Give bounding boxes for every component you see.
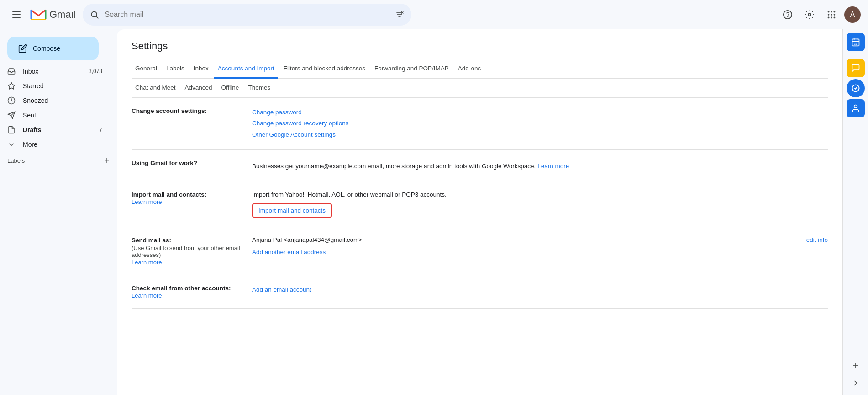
send-mail-row: Anjana Pal <anjanapal434@gmail.com> edit…: [252, 236, 828, 243]
send-mail-email: Anjana Pal <anjanapal434@gmail.com>: [252, 236, 803, 243]
tab-advanced[interactable]: Advanced: [181, 79, 216, 98]
clock-icon: [7, 96, 16, 105]
compose-button[interactable]: Compose: [7, 37, 99, 60]
chat-icon-btn[interactable]: [847, 59, 865, 77]
contacts-icon-btn[interactable]: [847, 99, 865, 117]
sidebar-item-drafts[interactable]: Drafts 7: [0, 123, 110, 137]
search-icon[interactable]: [90, 10, 99, 19]
sidebar-item-starred[interactable]: Starred: [0, 79, 110, 93]
svg-point-18: [834, 17, 836, 19]
settings-row-gmail-work: Using Gmail for work? Businesses get you…: [132, 150, 828, 181]
import-mail-button[interactable]: Import mail and contacts: [252, 203, 332, 218]
settings-rows: Change account settings: Change password…: [132, 98, 828, 309]
settings-title: Settings: [132, 40, 828, 52]
gmail-work-learn-more[interactable]: Learn more: [537, 161, 569, 172]
sidebar-item-more[interactable]: More: [0, 137, 110, 152]
change-account-content: Change password Change password recovery…: [252, 107, 828, 140]
labels-title: Labels: [7, 157, 25, 164]
draft-icon: [7, 126, 16, 134]
app-container: Gmail: [0, 0, 868, 395]
edit-info-link[interactable]: edit info: [806, 236, 828, 243]
gmail-m-icon: [29, 8, 47, 21]
settings-row-check-email: Check email from other accounts: Learn m…: [132, 275, 828, 309]
compose-label: Compose: [33, 45, 60, 52]
svg-marker-19: [8, 83, 15, 89]
labels-add-button[interactable]: +: [104, 155, 110, 166]
tab-accounts-import[interactable]: Accounts and Import: [214, 59, 278, 79]
tab-chat[interactable]: Chat and Meet: [132, 79, 179, 98]
tab-themes[interactable]: Themes: [244, 79, 274, 98]
svg-point-13: [828, 14, 830, 16]
settings-button[interactable]: [800, 5, 819, 24]
svg-point-10: [828, 11, 830, 13]
tab-offline[interactable]: Offline: [218, 79, 243, 98]
gmail-logo: Gmail: [29, 8, 75, 21]
labels-section: Labels +: [0, 152, 117, 170]
settings-row-import-mail: Import mail and contacts: Learn more Imp…: [132, 181, 828, 227]
send-mail-label: Send mail as: (Use Gmail to send from yo…: [132, 236, 241, 266]
main-area: Compose Inbox 3,073: [0, 29, 868, 395]
svg-point-12: [834, 11, 836, 13]
send-mail-learn-more[interactable]: Learn more: [132, 259, 162, 266]
svg-point-9: [808, 13, 811, 16]
svg-point-8: [788, 16, 788, 17]
sent-label: Sent: [23, 112, 102, 119]
svg-point-16: [828, 17, 830, 19]
tab-inbox[interactable]: Inbox: [190, 59, 212, 79]
svg-point-29: [854, 105, 857, 108]
add-address-link[interactable]: Add another email address: [252, 247, 326, 258]
apps-button[interactable]: [822, 5, 841, 24]
add-panel-button[interactable]: [847, 357, 865, 375]
star-icon: [7, 82, 16, 90]
filter-icon[interactable]: [395, 10, 404, 19]
tab-addons[interactable]: Add-ons: [454, 59, 484, 79]
svg-point-15: [834, 14, 836, 16]
drafts-label: Drafts: [23, 126, 92, 133]
settings-content-area: Settings General Labels Inbox Accounts a…: [117, 29, 842, 395]
avatar[interactable]: A: [844, 6, 861, 23]
tab-filters[interactable]: Filters and blocked addresses: [280, 59, 369, 79]
help-button[interactable]: [779, 5, 797, 24]
change-account-label: Change account settings:: [132, 107, 241, 140]
tab-general[interactable]: General: [132, 59, 161, 79]
inbox-label: Inbox: [23, 68, 81, 75]
snoozed-label: Snoozed: [23, 97, 102, 104]
hamburger-menu[interactable]: [7, 5, 26, 24]
check-email-content: Add an email account: [252, 284, 828, 299]
send-mail-content: Anjana Pal <anjanapal434@gmail.com> edit…: [252, 236, 828, 266]
svg-point-17: [831, 17, 832, 19]
inbox-icon: [7, 67, 16, 75]
tab-forwarding[interactable]: Forwarding and POP/IMAP: [371, 59, 452, 79]
sidebar: Compose Inbox 3,073: [0, 29, 117, 395]
starred-label: Starred: [23, 82, 102, 90]
svg-point-11: [831, 11, 832, 13]
add-email-account-link[interactable]: Add an email account: [252, 284, 828, 295]
drafts-count: 7: [99, 127, 102, 133]
settings-content: Settings General Labels Inbox Accounts a…: [117, 29, 842, 320]
import-mail-learn-more[interactable]: Learn more: [132, 198, 162, 205]
pencil-icon: [18, 44, 27, 53]
sidebar-item-sent[interactable]: Sent: [0, 108, 110, 123]
gmail-label: Gmail: [49, 9, 75, 21]
svg-point-0: [92, 11, 97, 17]
change-recovery-link[interactable]: Change password recovery options: [252, 118, 828, 129]
svg-point-14: [831, 14, 832, 16]
svg-text:31: 31: [854, 42, 857, 45]
change-password-link[interactable]: Change password: [252, 107, 828, 118]
search-input[interactable]: [105, 11, 389, 19]
calendar-icon-btn[interactable]: 31: [847, 33, 865, 51]
other-google-link[interactable]: Other Google Account settings: [252, 129, 828, 140]
chevron-down-icon: [7, 140, 16, 149]
gmail-work-info: Businesses get yourname@example.com emai…: [252, 163, 536, 170]
import-mail-info: Import from Yahoo!, Hotmail, AOL, or oth…: [252, 191, 447, 198]
check-email-learn-more[interactable]: Learn more: [132, 292, 162, 299]
tasks-icon-btn[interactable]: [847, 79, 865, 97]
inbox-count: 3,073: [89, 68, 102, 75]
expand-panel-button[interactable]: [847, 379, 865, 388]
sidebar-item-inbox[interactable]: Inbox 3,073: [0, 64, 110, 79]
settings-tabs-row2: Chat and Meet Advanced Offline Themes: [132, 79, 828, 98]
tab-labels[interactable]: Labels: [163, 59, 188, 79]
import-mail-content: Import from Yahoo!, Hotmail, AOL, or oth…: [252, 191, 828, 218]
sidebar-item-snoozed[interactable]: Snoozed: [0, 93, 110, 108]
right-panel: 31: [842, 29, 868, 395]
